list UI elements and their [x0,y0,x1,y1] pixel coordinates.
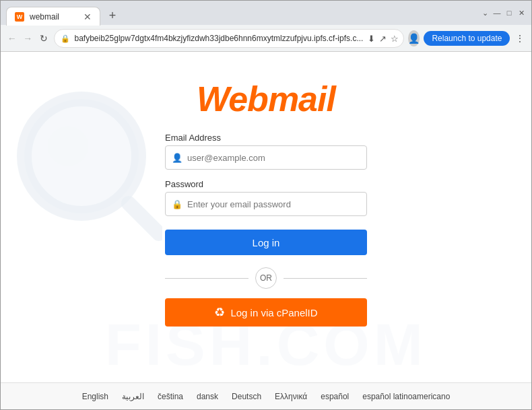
url-text: bafybeib25glpw7dgtx4fm4bkzjyfizdwh33jdbe… [75,34,364,43]
lang-german[interactable]: Deutsch [232,392,261,401]
lock-icon: 🔒 [172,199,182,209]
lang-english[interactable]: English [82,392,108,401]
svg-point-2 [48,126,88,166]
title-bar: W webmail ✕ + ⌄ — □ ✕ [1,1,531,25]
password-label: Password [165,179,367,189]
share-icon[interactable]: ↗ [379,33,387,43]
lang-arabic[interactable]: العربية [122,392,144,401]
tab-favicon: W [15,12,24,22]
lang-spanish-latin[interactable]: español latinoamericano [362,392,450,401]
login-form: Email Address 👤 Password 🔒 Log in OR [165,133,367,327]
tab-title: webmail [30,12,59,22]
lock-icon: 🔒 [61,34,70,42]
cpanel-icon: ♻ [214,305,225,320]
lang-danish[interactable]: dansk [197,392,218,401]
or-circle: OR [255,267,277,289]
login-button[interactable]: Log in [165,230,367,255]
profile-icon[interactable]: 👤 [408,30,420,46]
forward-button[interactable]: → [22,30,34,47]
tab-bar: W webmail ✕ + [6,1,475,25]
page-content: FISH.COM Webmail Email Address 👤 Passwor… [1,52,531,409]
cpanel-login-button[interactable]: ♻ Log in via cPanelID [165,298,367,327]
svg-point-0 [24,99,139,213]
minimize-dropdown-icon[interactable]: ⌄ [480,8,490,18]
lang-czech[interactable]: čeština [158,392,183,401]
download-icon[interactable]: ⬇ [368,33,375,43]
minimize-button[interactable]: — [492,8,502,18]
email-field-wrapper: 👤 [165,145,367,170]
or-divider: OR [165,267,367,289]
lang-greek[interactable]: Ελληνικά [275,392,307,401]
close-button[interactable]: ✕ [517,8,526,18]
window-controls: ⌄ — □ ✕ [480,8,526,18]
new-tab-button[interactable]: + [103,6,122,25]
back-button[interactable]: ← [6,30,18,47]
bookmark-icon[interactable]: ☆ [391,33,399,43]
language-bar: English العربية čeština dansk Deutsch Ελ… [1,382,531,409]
address-bar: ← → ↻ 🔒 bafybeib25glpw7dgtx4fm4bkzjyfizd… [1,25,531,52]
address-wrapper: 🔒 bafybeib25glpw7dgtx4fm4bkzjyfizdwh33jd… [54,29,405,48]
svg-line-1 [129,203,159,234]
browser-window: W webmail ✕ + ⌄ — □ ✕ ← → ↻ 🔒 bafybeib25… [0,0,532,410]
magnifier-watermark [14,89,162,253]
email-label: Email Address [165,133,367,143]
cpanel-btn-label: Log in via cPanelID [230,307,317,318]
login-button-label: Log in [253,237,280,248]
lang-spanish[interactable]: español [321,392,349,401]
logo-section: Webmail [197,79,335,119]
or-line-right [284,278,367,279]
relaunch-button[interactable]: Relaunch to update [424,31,510,46]
address-bar-icons: ⬇ ↗ ☆ [368,33,399,43]
or-line-left [165,278,248,279]
webmail-logo: Webmail [197,79,335,119]
active-tab[interactable]: W webmail ✕ [6,7,100,26]
user-icon: 👤 [172,153,182,163]
password-field-wrapper: 🔒 [165,192,367,216]
password-input[interactable] [165,192,367,216]
email-input[interactable] [165,145,367,170]
more-menu-button[interactable]: ⋮ [514,30,526,47]
reload-button[interactable]: ↻ [38,30,50,47]
maximize-button[interactable]: □ [504,8,514,18]
relaunch-label: Relaunch to update [432,34,502,43]
address-field[interactable]: bafybeib25glpw7dgtx4fm4bkzjyfizdwh33jdbe… [54,29,405,48]
tab-close-button[interactable]: ✕ [84,12,92,22]
or-text: OR [260,273,272,283]
